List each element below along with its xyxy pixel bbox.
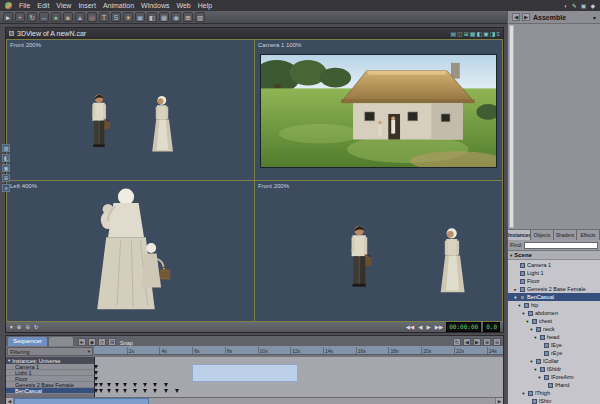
menu-animation[interactable]: Animation — [103, 2, 134, 9]
status-menu-icon[interactable]: ◆ — [590, 2, 595, 10]
scroll-left-icon[interactable]: ◀ — [6, 398, 14, 404]
options-icon[interactable]: ≡ — [496, 30, 500, 38]
viewport-left[interactable]: Left 400% — [7, 181, 254, 321]
spline-tool-icon[interactable]: S — [111, 12, 121, 22]
view-single-icon[interactable]: ▤ — [450, 30, 456, 38]
scene-root-row[interactable]: ▾ Scene — [508, 251, 600, 260]
timeline-zoom-in-icon[interactable]: ⊕ — [483, 338, 491, 346]
timeline-zoom-out-icon[interactable]: ⊖ — [493, 338, 501, 346]
menu-edit[interactable]: Edit — [37, 2, 49, 9]
loop-playback-icon[interactable]: ↻ — [453, 338, 461, 346]
keyframe-marker[interactable] — [94, 371, 98, 375]
keyframe-marker[interactable] — [94, 389, 98, 393]
document-titlebar[interactable]: 3DView of A newN.car ▤◫⊞▦◧▣◨≡ — [6, 28, 503, 39]
caret-icon[interactable]: ▾ — [513, 295, 518, 300]
render-icon[interactable]: ◧ — [147, 12, 157, 22]
tree-item-bencasual[interactable]: ▾BenCasual — [508, 293, 600, 301]
wireframe-mode-icon[interactable]: ▦ — [159, 12, 169, 22]
tab-sequencer[interactable]: Sequencer — [8, 337, 47, 346]
tab-objects[interactable]: Objects — [531, 230, 554, 240]
shaded-mode-icon[interactable]: ◉ — [171, 12, 181, 22]
close-icon[interactable] — [9, 31, 14, 36]
tree-item-lforearm[interactable]: ▾lForeArm — [508, 373, 600, 381]
timeline-pointer-icon[interactable]: ► — [78, 338, 86, 346]
caret-icon[interactable]: ▾ — [533, 335, 538, 340]
tree-item-camera-1[interactable]: Camera 1 — [508, 261, 600, 269]
caret-icon[interactable]: ▾ — [525, 319, 530, 324]
sphere-primitive-icon[interactable]: ● — [51, 12, 61, 22]
track-group-header[interactable]: ▾ Instances: Universe — [6, 357, 94, 364]
caret-icon[interactable]: ▸ — [513, 287, 518, 292]
shaded-display-icon[interactable]: ◧ — [476, 30, 482, 38]
tab-secondary[interactable] — [49, 337, 73, 346]
camera-object-icon[interactable]: ▣ — [135, 12, 145, 22]
menu-help[interactable]: Help — [198, 2, 212, 9]
orbit-icon[interactable]: ↻ — [33, 323, 40, 331]
tree-item-lhand[interactable]: lHand — [508, 381, 600, 389]
timeline-ruler[interactable]: 2s4s6s8s10s12s14s16s18s20s22s24s — [94, 346, 503, 355]
light-object-icon[interactable]: ☀ — [123, 12, 133, 22]
keyframe-marker[interactable] — [94, 377, 98, 381]
rotate-tool-icon[interactable]: ↻ — [27, 12, 37, 22]
keyframe-marker[interactable] — [175, 389, 179, 393]
camera-select-icon[interactable]: ◨ — [490, 30, 496, 38]
go-end-icon[interactable]: ▶▶ — [434, 323, 444, 331]
viewport-front-top[interactable]: Front 200% — [7, 40, 254, 180]
tree-item-floor[interactable]: Floor — [508, 277, 600, 285]
grid-icon[interactable]: ▥ — [195, 12, 205, 22]
filtering-dropdown[interactable]: Filtering ▾ — [7, 347, 93, 356]
workbox-toggle-icon[interactable]: ⊞ — [2, 174, 10, 182]
snap-toggle-icon[interactable]: ⊞ — [108, 338, 116, 346]
torus-primitive-icon[interactable]: ◎ — [87, 12, 97, 22]
plane-yz-toggle-icon[interactable]: ◧ — [2, 154, 10, 162]
tree-item-genesis-2-base-female[interactable]: ▸Genesis 2 Base Female — [508, 285, 600, 293]
keyframe-marker[interactable] — [133, 383, 137, 387]
texture-display-icon[interactable]: ▣ — [483, 30, 489, 38]
wireframe-display-icon[interactable]: ▦ — [470, 30, 476, 38]
menu-insert[interactable]: Insert — [78, 2, 96, 9]
keyframe-marker[interactable] — [115, 383, 119, 387]
pen-tool-icon[interactable]: ✎ — [572, 2, 577, 10]
tree-item-hip[interactable]: ▾hip — [508, 301, 600, 309]
caret-icon[interactable]: ▾ — [521, 311, 526, 316]
scale-tool-icon[interactable]: ↔ — [39, 12, 49, 22]
apple-menu-icon[interactable] — [5, 2, 12, 9]
caret-icon[interactable]: ▾ — [537, 375, 542, 380]
caret-icon[interactable]: ▾ — [517, 303, 522, 308]
display-settings-icon[interactable]: ▣ — [581, 2, 587, 10]
next-keyframe-icon[interactable]: ▶ — [473, 338, 481, 346]
caret-icon[interactable]: ▾ — [533, 367, 538, 372]
tree-item-lthigh[interactable]: ▾lThigh — [508, 389, 600, 397]
tab-effects[interactable]: Effects — [577, 230, 600, 240]
tree-item-neck[interactable]: ▾neck — [508, 325, 600, 333]
keyframe-marker[interactable] — [164, 389, 168, 393]
keyframe-marker[interactable] — [115, 389, 119, 393]
plane-xy-toggle-icon[interactable]: ▦ — [2, 144, 10, 152]
plane-xz-toggle-icon[interactable]: ▣ — [2, 164, 10, 172]
pointer-tool-icon[interactable]: ► — [3, 12, 13, 22]
tree-item-head[interactable]: ▾head — [508, 333, 600, 341]
step-back-icon[interactable]: ◀ — [417, 323, 423, 331]
go-start-icon[interactable]: ◀◀ — [405, 323, 415, 331]
viewport-front-bottom[interactable]: Front 200% — [255, 181, 502, 321]
prev-keyframe-icon[interactable]: ◀ — [463, 338, 471, 346]
tree-item-chest[interactable]: ▾chest — [508, 317, 600, 325]
caret-icon[interactable]: ▾ — [521, 391, 526, 396]
menu-view[interactable]: View — [56, 2, 71, 9]
caret-icon[interactable]: ▾ — [529, 327, 534, 332]
room-next-icon[interactable]: ▶ — [522, 13, 530, 21]
chevron-down-icon[interactable]: ▾ — [593, 14, 596, 21]
keyframe-marker[interactable] — [99, 389, 103, 393]
find-input[interactable] — [524, 242, 598, 249]
tree-item-lshldr[interactable]: ▾lShldr — [508, 365, 600, 373]
timeline-tracks-area[interactable] — [94, 357, 503, 397]
view-split-icon[interactable]: ◫ — [457, 30, 463, 38]
keyframe-marker[interactable] — [143, 389, 147, 393]
caret-icon[interactable]: ▾ — [529, 359, 534, 364]
group-icon[interactable]: ⊞ — [183, 12, 193, 22]
zoom-out-icon[interactable]: ⊖ — [24, 323, 31, 331]
move-tool-icon[interactable]: + — [15, 12, 25, 22]
menu-windows[interactable]: Windows — [141, 2, 169, 9]
tab-instances[interactable]: Instances — [508, 230, 531, 240]
menu-file[interactable]: File — [19, 2, 30, 9]
